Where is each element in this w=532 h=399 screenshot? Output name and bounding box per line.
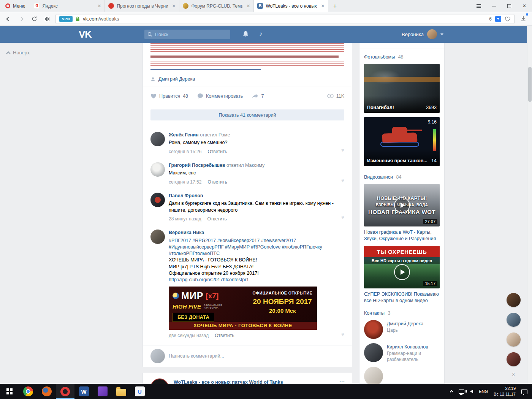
contact-avatar[interactable] xyxy=(364,320,383,339)
vpn-badge[interactable]: VPN xyxy=(59,16,73,22)
commenter-avatar[interactable] xyxy=(150,162,165,177)
taskbar-opera-button[interactable] xyxy=(56,384,74,399)
hashtag-links[interactable]: #толькоРПГтолькоПТС xyxy=(169,250,335,257)
taskbar-chrome-button[interactable] xyxy=(19,384,37,399)
video-title-link[interactable]: СУПЕР ЭКСКЛЮЗИВ! Показываю все HD-карты … xyxy=(364,291,440,304)
community-avatar[interactable]: WoT LEAKS xyxy=(150,378,169,384)
reload-button[interactable] xyxy=(30,14,39,24)
tab-close-icon[interactable]: ✕ xyxy=(96,3,101,9)
tab-wotleaks-active[interactable]: B WoTLeaks - все о новых п ✕ xyxy=(254,0,328,12)
commenter-avatar[interactable] xyxy=(150,230,165,244)
tab-close-icon[interactable]: ✕ xyxy=(320,3,325,9)
extension-icon[interactable] xyxy=(495,16,501,22)
speed-dial-button[interactable] xyxy=(43,14,52,24)
taskbar-explorer-button[interactable] xyxy=(112,384,130,399)
friend-avatar[interactable] xyxy=(507,293,521,307)
taskbar-firefox-button[interactable] xyxy=(37,384,56,399)
comment-button[interactable]: Комментировать xyxy=(197,93,243,99)
hashtag-links[interactable]: #ИдунановыйсерверРПГ #МируМИР #RPGonelov… xyxy=(169,244,335,250)
share-button[interactable]: 7 xyxy=(252,93,264,99)
comment-item: Вероника Ника #РПГ2017 #RPG2017 #новыйсе… xyxy=(143,226,352,343)
community-name-link[interactable]: WoTLeaks - все о новых патчах World of T… xyxy=(174,380,283,384)
comment-reply-button[interactable]: Ответить xyxy=(207,149,227,155)
music-button[interactable]: ♪ xyxy=(259,30,263,38)
action-center-icon[interactable] xyxy=(521,389,527,394)
back-to-top-button[interactable]: Наверх xyxy=(7,50,30,55)
videos-title-link[interactable]: Видеозаписи xyxy=(364,174,393,180)
contacts-title-link[interactable]: Контакты xyxy=(364,310,385,316)
commenter-avatar[interactable] xyxy=(150,193,165,207)
post-menu-button[interactable]: ... xyxy=(339,377,345,383)
tab-close-icon[interactable]: ✕ xyxy=(245,3,250,9)
photo-album-tile[interactable]: Понагибал! 3693 xyxy=(364,64,440,113)
commenter-avatar[interactable] xyxy=(150,132,165,146)
taskbar-uplay-button[interactable]: U xyxy=(130,384,149,399)
scrollbar-thumb[interactable] xyxy=(528,67,532,102)
new-tab-button[interactable]: + xyxy=(328,0,341,12)
comment-composer[interactable]: Написать комментарий... xyxy=(143,345,352,367)
commenter-name-link[interactable]: Григорий Поскребышев xyxy=(169,163,225,168)
search-input[interactable]: Поиск xyxy=(144,30,230,39)
friend-avatar[interactable] xyxy=(507,332,521,347)
opera-menu-button[interactable]: Меню xyxy=(0,0,30,12)
video-title-link[interactable]: Новая графика в WoT - Карты, Звуки, Окру… xyxy=(364,229,440,242)
post-author-link[interactable]: Дмитрий Дерека xyxy=(158,76,195,82)
downloads-button[interactable] xyxy=(518,14,528,24)
user-menu[interactable]: Вероника xyxy=(402,29,443,39)
url-text[interactable]: vk.com/wotleaks xyxy=(83,16,119,22)
maximize-button[interactable] xyxy=(502,0,517,12)
contact-avatar[interactable] xyxy=(364,343,383,362)
contact-name-link[interactable]: Кирилл Коновалов xyxy=(387,344,436,350)
friend-avatar[interactable] xyxy=(507,313,521,327)
page-scrollbar[interactable] xyxy=(527,26,532,384)
taskbar-app-button[interactable] xyxy=(93,384,112,399)
video-thumbnail[interactable]: ТЫ ОХРЕНЕЕШЬ Все HD карты в одном видео … xyxy=(364,246,440,288)
volume-icon[interactable] xyxy=(470,390,473,393)
language-indicator[interactable]: ENG xyxy=(479,389,488,394)
tray-expand-icon[interactable] xyxy=(450,390,454,394)
address-bar[interactable]: VPN vk.com/wotleaks 6 xyxy=(55,14,515,24)
network-icon[interactable] xyxy=(459,390,464,394)
show-comments-button[interactable]: Показать 41 комментарий xyxy=(150,109,344,120)
friends-more-count[interactable]: 3 xyxy=(512,372,515,377)
contact-avatar[interactable] xyxy=(364,367,383,384)
comment-reply-button[interactable]: Ответить xyxy=(207,216,226,222)
like-button[interactable]: Нравится 48 xyxy=(150,93,188,99)
photos-title-link[interactable]: Фотоальбомы xyxy=(364,54,395,60)
comment-reply-button[interactable]: Ответить xyxy=(207,179,227,185)
back-button[interactable] xyxy=(4,14,13,24)
comment-like-icon[interactable]: ♥ xyxy=(341,177,344,184)
taskbar-word-button[interactable]: W xyxy=(74,384,93,399)
hashtag-links[interactable]: #РПГ2017 #RPG2017 #новыйсервер2017 #news… xyxy=(169,238,335,244)
forward-button[interactable] xyxy=(17,14,26,24)
external-link[interactable]: http://rpg-club.org/ns2017hfcontestpr1 xyxy=(169,277,335,283)
bookmark-heart-icon[interactable] xyxy=(505,16,511,22)
tab-list-button[interactable] xyxy=(471,0,486,12)
tab-rpg-club[interactable]: Форум RPG-CLUB. Тема: М ✕ xyxy=(179,0,254,12)
clock[interactable]: 22:19 Вс 12.11.17 xyxy=(494,386,516,397)
video-thumbnail[interactable]: НОВЫЕ: HD КАРТЫ! ВЗРЫВЫ, МУЗЫКА, ВОДА НО… xyxy=(364,184,440,226)
close-window-button[interactable]: ✕ xyxy=(517,0,532,12)
commenter-name-link[interactable]: Вероника Ника xyxy=(169,230,204,235)
post-attached-screenshot[interactable] xyxy=(150,43,344,71)
comment-reply-button[interactable]: Ответить xyxy=(215,332,234,339)
like-label: Нравится xyxy=(159,93,180,99)
photo-album-tile[interactable]: 9.16 Изменения прем танков... 14 xyxy=(364,117,440,166)
friend-avatar[interactable] xyxy=(507,352,521,366)
start-button[interactable] xyxy=(0,384,19,399)
attached-banner-image[interactable]: МИР [x7] HIGH FIVE ОФИЦИАЛЬНАЯПЛАТФОРМА … xyxy=(169,287,317,330)
commenter-name-link[interactable]: Женёк Генин xyxy=(169,132,199,138)
contact-name-link[interactable]: Дмитрий Дерека xyxy=(387,321,436,326)
notifications-button[interactable] xyxy=(242,31,249,39)
vk-logo[interactable]: VK xyxy=(79,28,92,40)
comment-like-icon[interactable]: ♥ xyxy=(341,331,344,337)
gauge-bar xyxy=(433,129,436,151)
commenter-name-link[interactable]: Павел Фролов xyxy=(169,193,203,198)
comment-item: Григорий Поскребышев ответил Максиму Мак… xyxy=(143,158,352,189)
comment-like-icon[interactable]: ♥ xyxy=(341,147,344,153)
tab-close-icon[interactable]: ✕ xyxy=(171,3,176,9)
comment-like-icon[interactable]: ♥ xyxy=(341,214,344,220)
tab-yandex[interactable]: Я Яндекс ✕ xyxy=(30,0,105,12)
tab-weather[interactable]: Прогноз погоды в Черни ✕ xyxy=(105,0,179,12)
minimize-button[interactable] xyxy=(486,0,502,12)
